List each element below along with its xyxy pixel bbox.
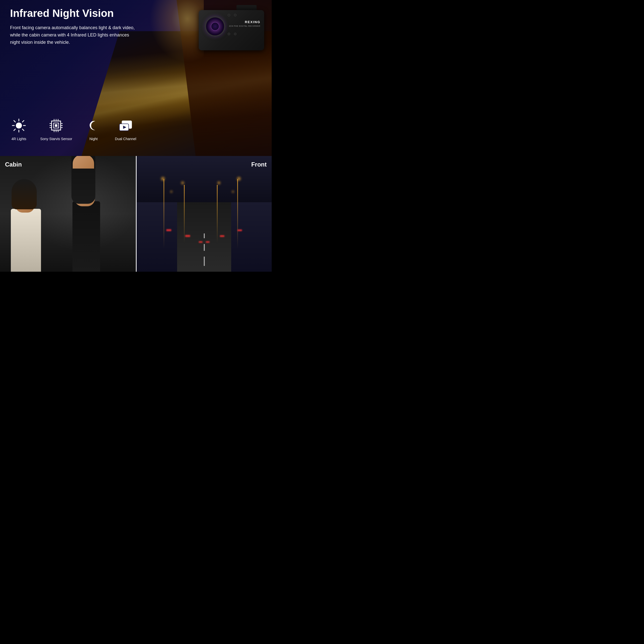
tail-light-1 (166, 229, 171, 231)
icon-night: Night (85, 117, 102, 141)
sony-sensor-label: Sony Starvis Sensor (40, 137, 72, 141)
top-section: Infrared Night Vision Front facing camer… (0, 0, 272, 156)
cabin-people (0, 168, 136, 272)
street-light-2 (184, 185, 185, 243)
light-glow-3 (237, 177, 241, 181)
svg-line-7 (22, 120, 24, 122)
street-light-4 (217, 185, 218, 243)
woman-main-body (72, 201, 100, 272)
description: Front facing camera automatically balanc… (10, 24, 136, 46)
svg-rect-11 (55, 124, 57, 127)
tail-light-2 (185, 235, 190, 237)
street-light-3 (237, 179, 238, 249)
woman-main-hair (71, 156, 95, 204)
ir-lights-label: 4R Lights (11, 137, 26, 141)
light-glow-5 (170, 191, 172, 193)
woman-side-hair (12, 179, 37, 209)
tail-light-6 (206, 241, 210, 243)
moon-icon (85, 117, 102, 134)
icon-ir-lights: 4R Lights (10, 117, 28, 141)
tail-light-4 (220, 235, 224, 237)
icon-dual-channel: Dual Channel (115, 117, 136, 141)
camera-model: 2CH·FHD DIGITAL RECORDER (229, 25, 260, 27)
led-dot-br (234, 33, 236, 35)
front-panel: Front (136, 156, 272, 272)
camera-device: REXING 2CH·FHD DIGITAL RECORDER (194, 5, 264, 55)
svg-line-5 (14, 120, 15, 122)
road-marking-2 (204, 244, 205, 251)
tail-light-5 (199, 241, 203, 243)
light-glow-6 (232, 191, 234, 193)
road-marking-1 (204, 257, 205, 266)
cabin-label: Cabin (5, 161, 22, 168)
icon-sony-sensor: Sony Starvis Sensor (40, 117, 72, 141)
camera-lens (205, 16, 225, 36)
light-glow-1 (161, 177, 165, 181)
cabin-panel: Cabin (0, 156, 136, 272)
sun-icon (10, 117, 28, 134)
bottom-section: Cabin Front (0, 156, 272, 272)
camera-body: REXING 2CH·FHD DIGITAL RECORDER (199, 10, 264, 50)
night-label: Night (90, 137, 98, 141)
main-title: Infrared Night Vision (10, 8, 136, 19)
svg-line-8 (14, 129, 15, 131)
dual-channel-label: Dual Channel (115, 137, 136, 141)
woman-side (7, 184, 47, 272)
led-dot-tl (228, 14, 230, 16)
svg-line-6 (22, 129, 24, 131)
camera-brand: REXING (245, 20, 260, 24)
road-marking-3 (204, 233, 205, 238)
woman-main (63, 171, 109, 272)
light-glow-4 (217, 181, 220, 184)
led-dot-bl (228, 33, 230, 35)
text-content: Infrared Night Vision Front facing camer… (10, 8, 136, 46)
led-dot-tr (234, 14, 236, 16)
chip-icon (47, 117, 65, 134)
tail-light-3 (237, 229, 242, 231)
light-glow-2 (181, 181, 184, 184)
svg-point-0 (16, 123, 22, 129)
dual-channel-icon (117, 117, 134, 134)
icons-row: 4R Lights (10, 117, 136, 141)
woman-side-body (11, 209, 41, 272)
street-light-1 (164, 179, 164, 249)
front-label: Front (251, 161, 267, 168)
